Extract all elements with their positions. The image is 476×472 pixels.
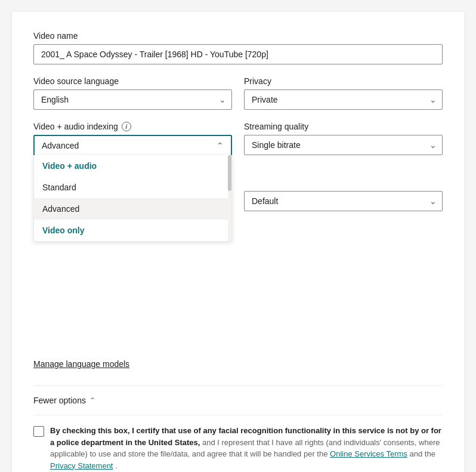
indexing-selected-value: Advanced	[42, 141, 79, 150]
dropdown-item-video-audio[interactable]: Video + audio	[34, 155, 231, 177]
default-select-inner: Default ⌄	[244, 191, 443, 211]
video-name-input[interactable]	[33, 44, 443, 64]
info-icon[interactable]: i	[122, 122, 131, 131]
streaming-quality-label: Streaming quality	[244, 122, 443, 131]
fewer-options-chevron-icon: ⌃	[89, 396, 95, 405]
privacy-select-wrapper: Private ⌄	[244, 90, 443, 110]
cert-text-and: and the	[409, 449, 435, 458]
indexing-chevron-up-icon: ⌃	[217, 141, 224, 150]
streaming-select-wrapper: Single bitrate ⌄	[244, 135, 443, 155]
language-select-wrapper: English ⌄	[33, 90, 232, 110]
fewer-options-row[interactable]: Fewer options ⌃	[33, 396, 443, 405]
dropdown-item-standard[interactable]: Standard	[34, 177, 231, 198]
privacy-col: Privacy Private ⌄	[244, 76, 443, 110]
indexing-dropdown[interactable]: Advanced ⌃ Video + audio Standard Advanc…	[33, 135, 232, 156]
dropdown-scrollbar-thumb	[228, 155, 231, 191]
indexing-dropdown-menu: Video + audio Standard Advanced Video on…	[33, 155, 232, 242]
indexing-label: Video + audio indexing	[33, 122, 118, 131]
cert-text-end: .	[115, 461, 118, 470]
default-select[interactable]: Default	[244, 191, 443, 211]
indexing-label-row: Video + audio indexing i	[33, 122, 232, 131]
dropdown-scrollbar-track	[228, 155, 231, 241]
indexing-dropdown-header[interactable]: Advanced ⌃	[35, 136, 231, 155]
certification-row: By checking this box, I certify that use…	[33, 425, 443, 471]
streaming-quality-select[interactable]: Single bitrate	[244, 135, 443, 155]
fewer-options-label: Fewer options	[33, 396, 86, 405]
language-label: Video source language	[33, 76, 232, 86]
online-services-terms-link[interactable]: Online Services Terms	[330, 449, 407, 458]
cert-text: By checking this box, I certify that use…	[50, 425, 443, 471]
divider	[33, 385, 443, 386]
dropdown-item-video-only[interactable]: Video only	[34, 220, 231, 241]
privacy-label: Privacy	[244, 76, 443, 86]
indexing-col: Video + audio indexing i Advanced ⌃ Vide…	[33, 122, 232, 156]
language-col: Video source language English ⌄	[33, 76, 232, 110]
divider-2	[33, 415, 443, 415]
default-select-wrapper: Default ⌄	[244, 191, 443, 211]
privacy-statement-link[interactable]: Privacy Statement	[50, 461, 113, 470]
dropdown-item-advanced[interactable]: Advanced	[34, 198, 231, 220]
streaming-col: Streaming quality Single bitrate ⌄ Defau…	[244, 122, 443, 211]
language-select[interactable]: English	[33, 90, 232, 110]
privacy-select[interactable]: Private	[244, 90, 443, 110]
language-privacy-row: Video source language English ⌄ Privacy …	[33, 76, 443, 110]
manage-language-models-link[interactable]: Manage language models	[33, 359, 129, 369]
video-name-label: Video name	[33, 31, 443, 41]
certification-checkbox[interactable]	[33, 426, 44, 437]
main-card: Video name Video source language English…	[12, 12, 464, 472]
indexing-streaming-row: Video + audio indexing i Advanced ⌃ Vide…	[33, 122, 443, 211]
